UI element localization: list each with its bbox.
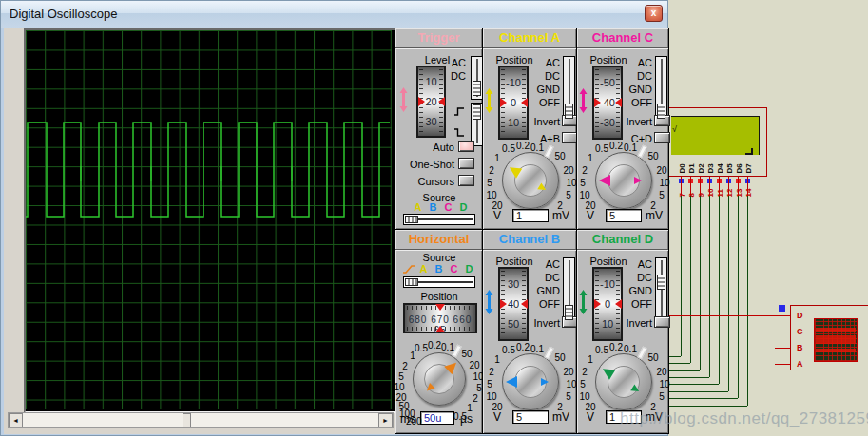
channel-b-gain-value[interactable]: 5 bbox=[512, 410, 549, 424]
bus-wire-horizontal bbox=[668, 377, 709, 378]
coupling-ac-label: AC bbox=[437, 57, 466, 68]
channel-c-panel: Channel C Position -50 -40 -30 AC DC GND… bbox=[576, 28, 669, 230]
knob-scale-label: 0.5 bbox=[453, 411, 467, 422]
position-drag-arrow-icon[interactable] bbox=[485, 290, 493, 314]
cursors-button[interactable] bbox=[458, 175, 474, 186]
knob-scale-label: 50 bbox=[553, 151, 567, 161]
scrollbar-thumb[interactable] bbox=[183, 413, 191, 427]
timebase-value[interactable]: 50u bbox=[420, 411, 454, 425]
dial-marker-right bbox=[438, 97, 445, 106]
trigger-source-slider[interactable] bbox=[403, 214, 475, 225]
lcd-pin-label-d1: D1 bbox=[687, 159, 696, 174]
channel-d-coupling-slider[interactable] bbox=[655, 257, 667, 324]
knob-scale-label: 10 bbox=[485, 391, 498, 402]
rising-edge-icon bbox=[453, 106, 466, 117]
dial-tick: -50 bbox=[594, 77, 621, 88]
unit-volts: V bbox=[587, 209, 594, 222]
led-lit-row bbox=[816, 328, 856, 332]
knob-scale-label: 0.2 bbox=[609, 141, 623, 151]
knob-scale-label: 50 bbox=[553, 352, 567, 363]
lcd-pin-number: 12 bbox=[725, 182, 734, 198]
toggle-handle[interactable] bbox=[473, 81, 481, 96]
knob-scale-label: 2 bbox=[553, 402, 567, 412]
source-channel-letter-a: A bbox=[412, 201, 424, 213]
coupling-dc-label: DC bbox=[624, 272, 652, 283]
channel-a-panel: Channel A Position -10 0 10 AC DC GND OF… bbox=[482, 28, 577, 230]
scroll-left-button[interactable]: ◄ bbox=[9, 413, 23, 427]
lcd-pin-label-d3: D3 bbox=[706, 159, 715, 174]
coupling-ac-label: AC bbox=[531, 57, 560, 68]
close-icon: x bbox=[651, 8, 657, 18]
lcd-pin-number: 11 bbox=[716, 182, 724, 198]
matrix-pin-c: C bbox=[797, 327, 803, 336]
scroll-right-button[interactable]: ► bbox=[378, 413, 393, 427]
auto-button[interactable] bbox=[458, 141, 474, 152]
knob-scale-label: 2 bbox=[398, 361, 412, 371]
knob-scale-label: 1 bbox=[491, 153, 504, 163]
channel-a-gain-value[interactable]: 1 bbox=[512, 209, 549, 222]
slider-handle[interactable] bbox=[405, 278, 418, 286]
position-drag-arrow-icon[interactable] bbox=[579, 290, 588, 314]
knob-scale-label: 50 bbox=[646, 352, 660, 363]
level-drag-arrow-icon[interactable] bbox=[399, 87, 408, 112]
horizontal-scrollbar[interactable]: ◄ ► bbox=[8, 412, 394, 428]
slider-handle[interactable] bbox=[657, 104, 665, 119]
coupling-gnd-label: GND bbox=[624, 84, 652, 95]
window-title: Digital Oscilloscope bbox=[10, 7, 117, 21]
logic-state-indicator bbox=[779, 305, 785, 312]
slider-handle[interactable] bbox=[657, 275, 665, 290]
coupling-gnd-label: GND bbox=[531, 84, 560, 95]
lcd-pin-stub bbox=[709, 177, 710, 196]
knob-scale-label: 50 bbox=[460, 349, 473, 359]
horizontal-source-slider[interactable] bbox=[403, 276, 475, 288]
channel-a-gain-knob[interactable]: V 1 mV 12510200.50.20.150201052 bbox=[486, 140, 575, 228]
knob-scale-label: 5 bbox=[562, 391, 575, 402]
position-drag-arrow-icon[interactable] bbox=[579, 88, 588, 113]
knob-scale-label: 0.2 bbox=[516, 141, 530, 151]
toggle-handle[interactable] bbox=[473, 104, 481, 120]
position-drag-arrow-icon[interactable] bbox=[485, 88, 493, 113]
knob-scale-label: 10 bbox=[485, 190, 498, 200]
knob-scale-label: 1 bbox=[584, 354, 597, 365]
bus-wire-horizontal bbox=[668, 356, 681, 357]
knob-scale-label: 2 bbox=[485, 165, 498, 176]
coupling-off-label: OFF bbox=[624, 298, 652, 310]
oscilloscope-window: Digital Oscilloscope x ◄ ► bbox=[0, 0, 668, 436]
channel-c-coupling-slider[interactable] bbox=[655, 56, 667, 123]
knob-scale-label: 0.5 bbox=[415, 343, 428, 353]
bus-wire-horizontal bbox=[668, 363, 690, 364]
knob-scale-label: 2 bbox=[485, 367, 498, 377]
knob-scale-label: 0.2 bbox=[516, 342, 530, 352]
schematic-area: √ D07D18D29D310D411D512D613D714 D C B A bbox=[668, 0, 868, 436]
lcd-pin-label-d2: D2 bbox=[697, 159, 705, 174]
channel-a-coupling-slider[interactable] bbox=[563, 56, 575, 123]
window-title-bar[interactable]: Digital Oscilloscope x bbox=[1, 1, 667, 28]
scope-graticule bbox=[26, 30, 392, 409]
channel-c-gain-knob[interactable]: V 5 mV 12510200.50.20.150201052 bbox=[579, 140, 668, 228]
one-shot-button[interactable] bbox=[458, 158, 474, 169]
dial-tick: 30 bbox=[418, 116, 444, 127]
slider-handle[interactable] bbox=[405, 216, 418, 223]
slider-handle[interactable] bbox=[565, 305, 573, 320]
panel-separator bbox=[395, 249, 482, 251]
timebase-knob[interactable]: ms 50u µs 1251020501002000.50.20.1502010… bbox=[395, 340, 484, 433]
knob-scale-label: 2 bbox=[578, 367, 591, 377]
lcd-pin-stub bbox=[719, 177, 720, 196]
invert-button[interactable] bbox=[654, 316, 670, 328]
coupling-dc-label: DC bbox=[531, 272, 560, 283]
close-button[interactable]: x bbox=[645, 5, 663, 22]
knob-scale-label: 0.2 bbox=[428, 340, 441, 351]
panel-title-channel-d: Channel D bbox=[577, 232, 668, 248]
slider-handle[interactable] bbox=[565, 104, 573, 119]
knob-scale-label: 1 bbox=[584, 153, 597, 163]
dial-marker-left bbox=[500, 299, 507, 309]
channel-c-gain-value[interactable]: 5 bbox=[606, 209, 642, 222]
lcd-pin-area: D07D18D29D310D411D512D613D714 bbox=[668, 0, 868, 436]
channel-b-gain-knob[interactable]: V 5 mV 12510200.50.20.150201052 bbox=[486, 341, 575, 429]
knob-scale-label: 20 bbox=[655, 165, 668, 176]
dial-marker-left bbox=[500, 98, 507, 107]
knob-scale-label: 0.5 bbox=[595, 345, 608, 355]
knob-pointer bbox=[502, 353, 559, 410]
knob-scale-label: 20 bbox=[584, 200, 597, 211]
channel-b-coupling-slider[interactable] bbox=[563, 257, 575, 324]
